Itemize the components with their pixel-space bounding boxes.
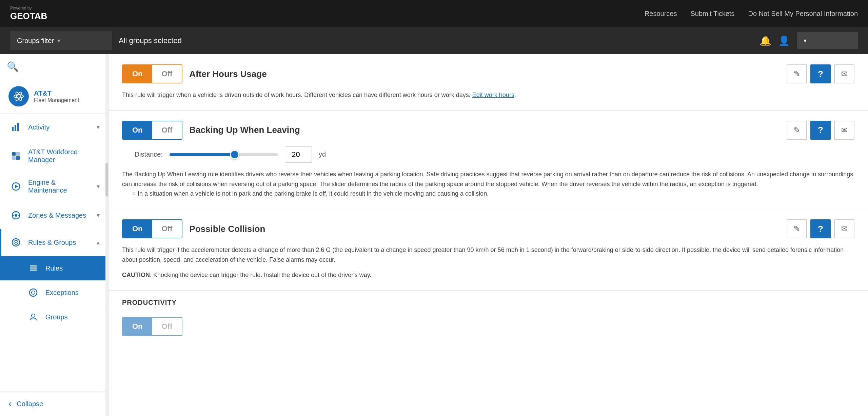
engine-icon	[10, 180, 22, 193]
rule-possible-collision: On Off Possible Collision ✎ ? ✉ This rul…	[108, 209, 868, 290]
caution-suffix: : Knocking the device can trigger the ru…	[150, 272, 371, 278]
collision-toggle[interactable]: On Off	[122, 219, 182, 238]
collapse-label: Collapse	[17, 400, 43, 408]
after-hours-title: After Hours Usage	[189, 69, 780, 79]
groups-filter-dropdown[interactable]: Groups filter ▾	[10, 31, 112, 50]
svg-rect-23	[30, 268, 37, 269]
resources-link[interactable]: Resources	[645, 10, 677, 18]
productivity-heading: PRODUCTIVITY	[108, 291, 868, 310]
collision-caution-paragraph: CAUTION: Knocking the device can trigger…	[122, 270, 854, 280]
after-hours-edit-button[interactable]: ✎	[787, 64, 807, 83]
backing-up-off-button[interactable]: Off	[152, 121, 182, 139]
do-not-sell-link[interactable]: Do Not Sell My Personal Information	[748, 10, 858, 18]
backing-up-bullet-1: In a situation when a vehicle is not in …	[132, 189, 854, 199]
filterbar-right: 🔔 👤 ▾	[760, 32, 858, 49]
groups-sub-icon	[27, 311, 39, 323]
sidebar-item-zones[interactable]: Zones & Messages ▾	[0, 202, 108, 229]
sidebar-item-workforce[interactable]: AT&T Workforce Manager	[0, 141, 108, 171]
after-hours-off-button[interactable]: Off	[152, 65, 182, 83]
collision-email-button[interactable]: ✉	[834, 219, 854, 238]
backing-up-actions: ✎ ? ✉	[787, 121, 854, 140]
collision-desc-text: This rule will trigger if the accelerome…	[122, 246, 844, 263]
filterbar: Groups filter ▾ All groups selected 🔔 👤 …	[0, 27, 868, 54]
sidebar-item-rules[interactable]: Rules	[0, 256, 108, 280]
sidebar-scrollbar-thumb[interactable]	[105, 163, 108, 197]
topbar-left: Powered by GEOTAB	[10, 6, 47, 21]
user-dropdown[interactable]: ▾	[797, 32, 858, 49]
backing-up-toggle[interactable]: On Off	[122, 121, 182, 140]
backing-up-header: On Off Backing Up When Leaving ✎ ? ✉	[122, 121, 854, 140]
after-hours-on-button[interactable]: On	[123, 65, 152, 83]
backing-up-slider-row: Distance: yd	[122, 146, 854, 163]
slider-thumb[interactable]	[230, 150, 239, 159]
content-area: On Off After Hours Usage ✎ ? ✉ This rule…	[108, 54, 868, 416]
submit-tickets-link[interactable]: Submit Tickets	[690, 10, 734, 18]
backing-up-edit-button[interactable]: ✎	[787, 121, 807, 140]
workforce-label: AT&T Workforce Manager	[28, 148, 100, 164]
backing-up-email-button[interactable]: ✉	[834, 121, 854, 140]
search-icon[interactable]: 🔍	[7, 61, 19, 72]
notification-bell-icon[interactable]: 🔔	[760, 35, 771, 46]
productivity-off-button[interactable]: Off	[152, 318, 182, 335]
sidebar-scrollbar-track	[105, 54, 108, 416]
after-hours-actions: ✎ ? ✉	[787, 64, 854, 83]
exceptions-sub-label: Exceptions	[45, 289, 79, 297]
slider-label: Distance:	[122, 151, 163, 158]
svg-point-14	[15, 214, 17, 217]
sidebar-item-groups[interactable]: Groups	[0, 305, 108, 329]
sidebar-brand: AT&T Fleet Management	[0, 79, 108, 114]
productivity-on-button[interactable]: On	[123, 318, 152, 335]
rules-sub-icon	[27, 262, 39, 274]
svg-rect-6	[17, 123, 19, 131]
activity-icon	[10, 121, 22, 133]
collision-title: Possible Collision	[189, 224, 780, 234]
backing-up-desc-text: The Backing Up When Leaving rule identif…	[122, 171, 853, 187]
after-hours-desc-text: This rule will trigger when a vehicle is…	[122, 92, 471, 98]
user-profile-icon[interactable]: 👤	[778, 35, 790, 46]
zones-label: Zones & Messages	[28, 212, 91, 219]
distance-slider[interactable]	[170, 153, 278, 156]
collision-help-button[interactable]: ?	[810, 219, 831, 238]
caution-label: CAUTION	[122, 272, 150, 278]
collision-edit-button[interactable]: ✎	[787, 219, 807, 238]
activity-label: Activity	[28, 123, 91, 131]
backing-up-help-button[interactable]: ?	[810, 121, 831, 140]
sidebar-collapse-button[interactable]: ‹ Collapse	[0, 391, 108, 416]
sidebar-item-rules-groups[interactable]: Rules & Groups ▴	[0, 229, 108, 256]
rules-groups-label: Rules & Groups	[28, 239, 91, 246]
productivity-heading-text: PRODUCTIVITY	[122, 299, 177, 306]
all-groups-text: All groups selected	[119, 36, 182, 45]
after-hours-help-button[interactable]: ?	[810, 64, 831, 83]
backing-up-title: Backing Up When Leaving	[189, 125, 780, 135]
collision-on-button[interactable]: On	[123, 220, 152, 238]
rules-sub-label: Rules	[45, 264, 63, 272]
activity-arrow-icon: ▾	[97, 123, 100, 131]
sidebar-item-engine[interactable]: Engine & Maintenance ▾	[0, 171, 108, 202]
productivity-toggle[interactable]: On Off	[122, 317, 182, 336]
slider-value-input[interactable]	[285, 146, 312, 163]
backing-up-on-button[interactable]: On	[123, 121, 152, 139]
groups-filter-label: Groups filter	[17, 37, 54, 45]
svg-rect-24	[30, 270, 37, 271]
svg-rect-5	[15, 125, 16, 131]
brand-text-block: AT&T Fleet Management	[34, 90, 79, 103]
edit-work-hours-link[interactable]: Edit work hours	[472, 92, 514, 98]
exceptions-sub-icon	[27, 286, 39, 299]
user-dropdown-arrow: ▾	[804, 37, 807, 44]
engine-arrow-icon: ▾	[97, 183, 100, 190]
rules-groups-icon	[10, 236, 22, 249]
backing-up-description: The Backing Up When Leaving rule identif…	[122, 170, 854, 199]
after-hours-toggle[interactable]: On Off	[122, 64, 182, 83]
svg-rect-8	[16, 152, 20, 156]
geotab-logo: Powered by GEOTAB	[10, 6, 47, 21]
backing-up-bullets: In a situation when a vehicle is not in …	[132, 189, 854, 199]
zones-icon	[10, 209, 22, 221]
svg-rect-4	[12, 127, 14, 131]
collision-off-button[interactable]: Off	[152, 220, 182, 238]
sidebar-item-exceptions[interactable]: Exceptions	[0, 280, 108, 305]
sidebar-item-activity[interactable]: Activity ▾	[0, 114, 108, 141]
main-layout: 🔍 AT&T Fleet Management	[0, 54, 868, 416]
after-hours-email-button[interactable]: ✉	[834, 64, 854, 83]
brand-subtitle: Fleet Management	[34, 97, 79, 103]
svg-marker-12	[15, 185, 18, 188]
